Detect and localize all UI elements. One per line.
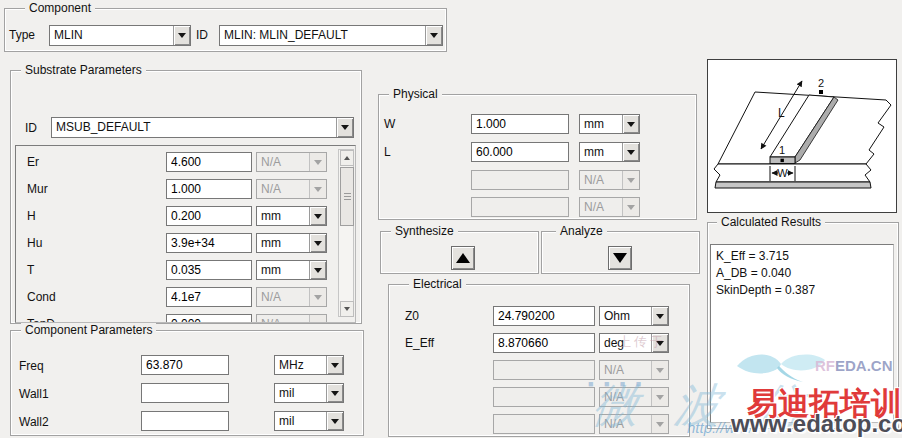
chevron-down-icon	[341, 125, 349, 130]
wall2-input[interactable]	[141, 411, 229, 431]
param-label-er: Er	[27, 155, 39, 169]
chevron-down-icon	[178, 33, 186, 38]
combo-button-disabled	[309, 153, 326, 171]
substrate-parameters-group: Substrate Parameters ID MSUB_DEFAULT Er …	[10, 70, 362, 324]
length-label: L	[778, 106, 785, 120]
na-unit-value: N/A	[580, 171, 622, 189]
param-input-er[interactable]	[166, 152, 252, 172]
substrate-id-combo[interactable]: MSUB_DEFAULT	[51, 117, 354, 138]
combo-button[interactable]	[326, 412, 343, 430]
combo-button-disabled	[309, 180, 326, 198]
param-input-cond[interactable]	[166, 287, 252, 307]
w-unit-combo[interactable]: mm	[579, 114, 640, 134]
param-label-h: H	[27, 209, 36, 223]
z0-unit-combo[interactable]: Ohm	[599, 306, 669, 326]
param-unit-combo-tand: N/A	[256, 314, 327, 323]
port1-dot	[781, 159, 784, 162]
port2-dot	[819, 90, 823, 94]
component-id-combo-value: MLIN: MLIN_DEFAULT	[220, 26, 425, 45]
z0-label: Z0	[405, 309, 419, 323]
eeff-unit-combo[interactable]: deg	[599, 333, 669, 353]
physical-empty-unit-2: N/A	[579, 197, 640, 217]
physical-group: Physical W mm L mm N/A N/A	[378, 94, 697, 220]
param-unit-value: mm	[257, 234, 309, 252]
substrate-scrollbar[interactable]	[338, 149, 354, 317]
port2-label: 2	[818, 77, 824, 89]
param-unit-combo-h[interactable]: mm	[256, 206, 327, 226]
chevron-down-icon	[656, 395, 664, 400]
component-id-combo-button[interactable]	[425, 26, 442, 45]
chevron-down-icon	[314, 187, 322, 192]
analyze-button[interactable]	[608, 246, 632, 270]
freq-unit-combo[interactable]: MHz	[274, 355, 344, 375]
result-line-adb: A_DB = 0.040	[716, 265, 888, 282]
param-unit-value: N/A	[257, 315, 309, 323]
scroll-down-button[interactable]	[340, 301, 354, 317]
freq-input[interactable]	[141, 355, 229, 375]
combo-button-disabled	[622, 171, 639, 189]
l-unit-value: mm	[580, 143, 622, 161]
w-unit-value: mm	[580, 115, 622, 133]
electrical-empty-unit-1: N/A	[599, 360, 669, 380]
param-input-t[interactable]	[166, 260, 252, 280]
param-unit-combo-hu[interactable]: mm	[256, 233, 327, 253]
combo-button[interactable]	[622, 143, 639, 161]
combo-button[interactable]	[622, 115, 639, 133]
chevron-down-icon	[430, 33, 438, 38]
combo-button[interactable]	[651, 334, 668, 352]
wall1-unit-combo[interactable]: mil	[274, 383, 344, 403]
na-unit-value: N/A	[600, 415, 651, 433]
type-combo[interactable]: MLIN	[49, 25, 191, 46]
result-line-keff: K_Eff = 3.715	[716, 248, 888, 265]
param-input-h[interactable]	[166, 206, 252, 226]
component-parameters-group: Component Parameters Freq MHz Wall1 mil …	[10, 330, 364, 436]
param-unit-value: N/A	[257, 153, 309, 171]
ground-plane-band	[715, 182, 871, 188]
scrollbar-thumb[interactable]	[340, 167, 354, 226]
port1-label: 1	[779, 144, 785, 156]
synthesize-button[interactable]	[451, 246, 475, 270]
param-input-tand[interactable]	[166, 314, 252, 323]
l-unit-combo[interactable]: mm	[579, 142, 640, 162]
scroll-up-button[interactable]	[340, 150, 354, 166]
calculated-results-title: Calculated Results	[717, 215, 825, 229]
id-label: ID	[196, 28, 208, 42]
chevron-down-icon	[627, 122, 635, 127]
calculated-results-group: Calculated Results K_Eff = 3.715 A_DB = …	[707, 222, 899, 429]
w-input[interactable]	[471, 114, 569, 134]
param-input-hu[interactable]	[166, 233, 252, 253]
param-input-mur[interactable]	[166, 179, 252, 199]
substrate-id-combo-button[interactable]	[336, 118, 353, 137]
substrate-id-label: ID	[25, 121, 37, 135]
electrical-empty-input-3	[493, 414, 595, 434]
component-id-combo[interactable]: MLIN: MLIN_DEFAULT	[219, 25, 443, 46]
param-unit-value: N/A	[257, 288, 309, 306]
wall2-unit-combo[interactable]: mil	[274, 411, 344, 431]
physical-empty-unit-1: N/A	[579, 170, 640, 190]
result-line-skindepth: SkinDepth = 0.387	[716, 282, 888, 299]
combo-button[interactable]	[309, 261, 326, 279]
synthesize-title: Synthesize	[391, 224, 458, 238]
l-input[interactable]	[471, 142, 569, 162]
combo-button[interactable]	[309, 207, 326, 225]
analyze-down-icon	[613, 253, 627, 263]
combo-button[interactable]	[326, 356, 343, 374]
combo-button[interactable]	[309, 234, 326, 252]
z0-input[interactable]	[493, 306, 595, 326]
type-combo-button[interactable]	[173, 26, 190, 45]
param-unit-combo-mur: N/A	[256, 179, 327, 199]
chevron-down-icon	[314, 268, 322, 273]
wall2-label: Wall2	[19, 415, 49, 429]
eeff-input[interactable]	[493, 333, 595, 353]
combo-button[interactable]	[326, 384, 343, 402]
param-label-cond: Cond	[27, 290, 56, 304]
wall1-input[interactable]	[141, 383, 229, 403]
chevron-down-icon	[627, 150, 635, 155]
combo-button[interactable]	[651, 307, 668, 325]
scroll-up-icon	[344, 156, 350, 160]
param-label-t: T	[27, 263, 34, 277]
param-unit-combo-t[interactable]: mm	[256, 260, 327, 280]
results-listbox[interactable]: K_Eff = 3.715 A_DB = 0.040 SkinDepth = 0…	[710, 244, 894, 423]
analyze-title: Analyze	[556, 224, 607, 238]
z0-unit-value: Ohm	[600, 307, 651, 325]
